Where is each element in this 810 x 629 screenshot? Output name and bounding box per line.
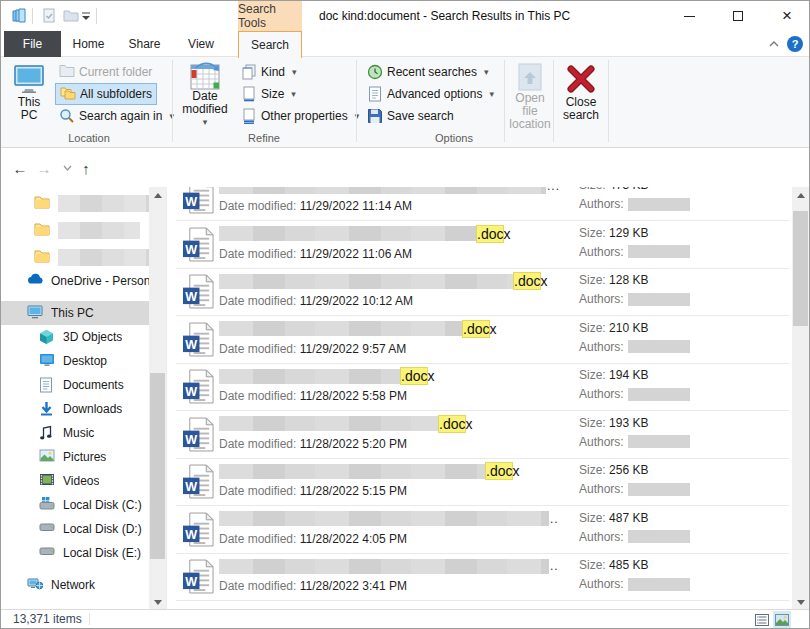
tab-file[interactable]: File [4, 31, 61, 57]
file-row[interactable]: W ... Date modified: 11/29/2022 11:14 AM… [176, 187, 792, 221]
sidebar-item-local-disk-d[interactable]: Local Disk (D:) [1, 517, 149, 541]
svg-text:W: W [185, 480, 197, 494]
sidebar-item-downloads[interactable]: Downloads [1, 397, 149, 421]
file-row[interactable]: W .. Date modified: 11/28/2022 4:05 PM S… [176, 506, 792, 554]
date-modified-value: 11/29/2022 9:57 AM [300, 342, 407, 356]
file-row[interactable]: W .docx Date modified: 11/28/2022 5:15 P… [176, 458, 792, 506]
authors-redacted [628, 293, 690, 306]
tab-share[interactable]: Share [116, 31, 173, 57]
group-divider [608, 60, 609, 142]
date-modified-label: Date modified: [219, 484, 296, 498]
large-icons-view-icon[interactable] [773, 611, 791, 628]
customize-quick-access-icon[interactable] [79, 6, 93, 26]
kind-icon [241, 64, 257, 80]
sidebar-scrollbar[interactable] [149, 187, 166, 611]
size-button[interactable]: Size [237, 83, 300, 105]
sidebar-item-local-disk-c[interactable]: Local Disk (C:) [1, 493, 149, 517]
sidebar-folder-redacted[interactable] [1, 245, 149, 269]
collapse-ribbon-icon[interactable] [766, 36, 782, 52]
advanced-options-button[interactable]: Advanced options [363, 83, 498, 105]
other-properties-button[interactable]: Other properties [237, 105, 363, 127]
size-value: 487 KB [609, 511, 648, 525]
search-again-in-button[interactable]: Search again in [55, 105, 178, 127]
minimize-button[interactable] [665, 1, 713, 31]
file-row[interactable]: W .docx Date modified: 11/29/2022 10:12 … [176, 268, 792, 316]
size-label: Size: [579, 416, 606, 430]
authors-label: Authors: [579, 292, 624, 306]
this-pc-button[interactable]: This PC [7, 59, 51, 129]
scroll-up-icon[interactable] [792, 187, 809, 204]
search-hit-highlight: .doc [486, 463, 512, 479]
new-folder-icon[interactable] [61, 6, 81, 26]
size-value: 473 KB [609, 187, 648, 192]
file-row[interactable]: W .docx Date modified: 11/28/2022 5:20 P… [176, 411, 792, 459]
open-file-location-icon [515, 62, 545, 92]
authors-label: Authors: [579, 340, 624, 354]
advanced-options-icon [367, 86, 383, 102]
sidebar-item-3d-objects[interactable]: 3D Objects [1, 325, 149, 349]
tab-home[interactable]: Home [61, 31, 116, 57]
forward-icon: → [33, 155, 55, 181]
file-list-scrollbar[interactable] [792, 187, 809, 611]
back-icon[interactable]: ← [9, 155, 31, 181]
folder-icon [34, 249, 50, 265]
authors-redacted [628, 435, 690, 448]
tab-search[interactable]: Search [238, 31, 302, 58]
file-name-redacted [219, 321, 463, 336]
cube-icon [39, 329, 55, 345]
date-modified-label: Date modified: [219, 342, 296, 356]
maximize-button[interactable] [714, 1, 762, 31]
sidebar-folder-redacted[interactable] [1, 218, 149, 242]
onedrive-icon [27, 273, 43, 289]
row-separator [176, 600, 789, 601]
sidebar-item-documents[interactable]: Documents [1, 373, 149, 397]
sidebar-item-local-disk-e[interactable]: Local Disk (E:) [1, 541, 149, 565]
options-group-label: Options [386, 132, 522, 146]
sidebar-item-pictures[interactable]: Pictures [1, 445, 149, 469]
sidebar-item-videos[interactable]: Videos [1, 469, 149, 493]
sidebar-item-onedrive-person[interactable]: OneDrive - Person [1, 269, 149, 293]
help-icon[interactable]: ? [787, 36, 803, 52]
extension-tail: x [489, 321, 496, 337]
kind-button[interactable]: Kind [237, 61, 301, 83]
extension-tail: x [540, 273, 547, 289]
recent-searches-button[interactable]: Recent searches [363, 61, 493, 83]
truncation-dots: ... [547, 187, 560, 193]
open-file-location-button: Open file location [507, 59, 553, 129]
advanced-options-label: Advanced options [387, 87, 482, 101]
sidebar-item-music[interactable]: Music [1, 421, 149, 445]
tab-view[interactable]: View [173, 31, 229, 57]
scrollbar-thumb[interactable] [793, 211, 808, 326]
word-document-icon: W [183, 227, 214, 262]
all-subfolders-button[interactable]: All subfolders [55, 83, 157, 105]
file-row[interactable]: W .docx Date modified: 11/29/2022 11:06 … [176, 221, 792, 269]
up-icon[interactable]: ↑ [75, 155, 97, 181]
title-bar: Search Tools doc kind:document - Search … [1, 1, 809, 31]
extension-tail: x [427, 368, 434, 384]
word-document-icon: W [183, 322, 214, 357]
scroll-up-icon[interactable] [149, 187, 166, 204]
details-view-icon[interactable] [753, 611, 771, 628]
sidebar-item-label: Network [51, 578, 95, 592]
sidebar-item-desktop[interactable]: Desktop [1, 349, 149, 373]
word-document-icon: W [183, 369, 214, 404]
save-search-button[interactable]: Save search [363, 105, 458, 127]
close-search-button[interactable]: Close search [556, 59, 606, 129]
file-row[interactable]: W .docx Date modified: 11/28/2022 5:58 P… [176, 363, 792, 411]
scrollbar-thumb[interactable] [150, 373, 165, 559]
file-row[interactable]: W .docx Date modified: 11/29/2022 9:57 A… [176, 316, 792, 364]
size-label: Size: [579, 511, 606, 525]
sidebar-item-network[interactable]: Network [1, 573, 149, 597]
calendar-icon [189, 62, 221, 90]
network-icon [27, 577, 43, 593]
explorer-window: Search Tools doc kind:document - Search … [0, 0, 810, 629]
close-window-button[interactable]: × [763, 1, 810, 31]
sidebar-item-this-pc[interactable]: This PC [1, 301, 149, 325]
file-name-redacted [219, 511, 549, 526]
file-row[interactable]: W .. Date modified: 11/28/2022 3:41 PM S… [176, 553, 792, 601]
date-modified-button[interactable]: Date modified [177, 59, 233, 129]
all-subfolders-label: All subfolders [80, 87, 152, 101]
properties-icon[interactable] [39, 6, 59, 26]
sidebar-folder-redacted[interactable] [1, 191, 149, 215]
search-again-icon [59, 108, 75, 124]
